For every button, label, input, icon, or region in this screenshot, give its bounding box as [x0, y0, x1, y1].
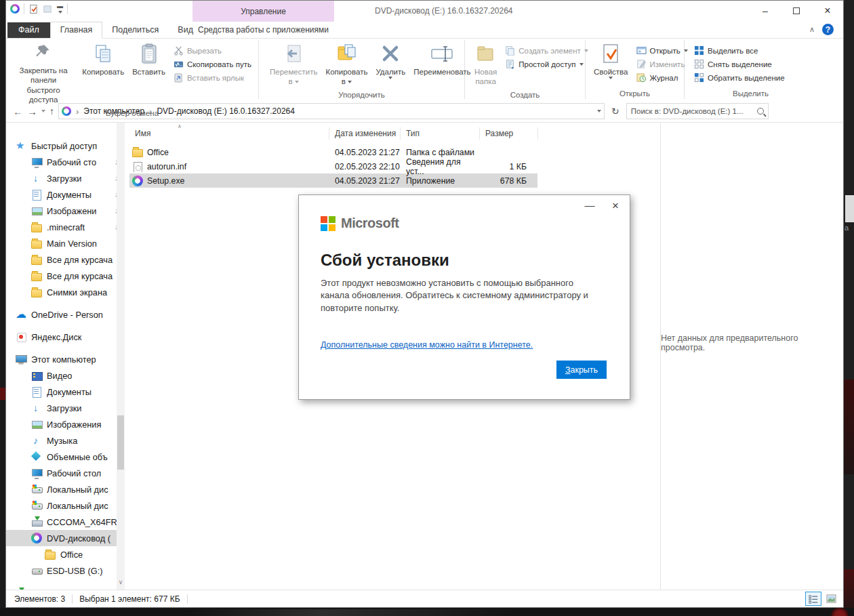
sidebar-item-desktop[interactable]: Рабочий сто [6, 154, 125, 170]
refresh-icon[interactable]: ↻ [609, 106, 622, 117]
thumbnail-view-icon [826, 594, 836, 603]
sidebar-item-dvd-drive[interactable]: DVD-дисковод ( [6, 530, 125, 546]
sidebar-item-cccoma-network[interactable]: CCCOMA_X64FRF [6, 585, 125, 590]
dropdown-caret [388, 77, 392, 79]
column-header-size[interactable]: Размер [480, 127, 538, 140]
view-buttons [805, 592, 839, 606]
tab-application-tools[interactable]: Средства работы с приложениями [192, 22, 334, 38]
items-count: Элементов: 3 [14, 594, 65, 604]
yandex-disk-icon [16, 331, 26, 342]
column-header-name[interactable]: Имя [129, 127, 329, 140]
cut-icon [174, 45, 184, 56]
sidebar-item-pictures-pc[interactable]: Изображения [6, 416, 125, 432]
sidebar-item-documents-pc[interactable]: Документы [6, 384, 125, 400]
file-type: Папка с файлами [401, 148, 480, 157]
sidebar-item-local-disk-d[interactable]: Локальный дис [6, 497, 125, 514]
qat-customize-icon[interactable]: ▬ [57, 3, 63, 14]
sidebar-item-cccoma-drive[interactable]: CCCOMA_X64FR [6, 514, 125, 530]
more-info-link[interactable]: Дополнительные сведения можно найти в Ин… [321, 340, 533, 350]
new-folder-button[interactable]: Новая папка [470, 41, 501, 89]
file-size: 678 КБ [480, 176, 531, 186]
background-window-fragment [845, 195, 854, 222]
dialog-close-action-button[interactable]: Закрыть [556, 361, 607, 379]
paste-button[interactable]: Вставить [128, 41, 169, 79]
tab-file[interactable]: Файл [7, 22, 50, 38]
label: Музыка [47, 436, 122, 446]
copy-path-button[interactable]: Скопировать путь [171, 58, 254, 70]
delete-button[interactable]: Удалить [371, 41, 409, 81]
label: Вставить ярлык [187, 74, 244, 82]
properties-qat-icon[interactable] [28, 4, 39, 14]
tab-share[interactable]: Поделиться [102, 22, 168, 38]
copy-to-button[interactable]: Копировать в [321, 41, 371, 89]
new-folder-qat-icon[interactable] [43, 4, 53, 14]
edit-button[interactable]: Изменить [634, 58, 691, 70]
scrollbar-thumb[interactable] [117, 415, 124, 470]
sidebar-item-yandex-disk[interactable]: Яндекс.Диск [6, 329, 125, 345]
sidebar-item-onedrive[interactable]: OneDrive - Person [6, 306, 125, 323]
desktop-background-right: а [844, 0, 854, 616]
search-box[interactable] [626, 103, 769, 119]
label: Быстрый доступ [31, 141, 122, 151]
sidebar-item-quick-access[interactable]: Быстрый доступ [6, 138, 125, 154]
sidebar-item-local-disk-c[interactable]: Локальный дис [6, 481, 125, 497]
sidebar-scrollbar[interactable]: ∨ [117, 123, 125, 590]
collapse-ribbon-icon[interactable]: ∧ [809, 25, 815, 34]
file-type: Приложение [401, 176, 480, 186]
search-input[interactable] [631, 107, 754, 115]
sidebar-item-this-pc[interactable]: Этот компьютер [6, 351, 125, 367]
scroll-down-icon[interactable]: ∨ [117, 579, 125, 586]
dialog-minimize-button[interactable]: — [582, 199, 597, 213]
select-all-button[interactable]: Выделить все [691, 44, 788, 57]
sidebar-item-minecraft[interactable]: .minecraft [6, 219, 125, 235]
paste-shortcut-button[interactable]: Вставить ярлык [171, 71, 254, 84]
sidebar-item-videos[interactable]: Видео [6, 367, 125, 384]
properties-button[interactable]: Свойства [590, 41, 632, 81]
move-to-button[interactable]: Переместить в [266, 41, 321, 89]
close-button[interactable]: × [812, 1, 843, 21]
easy-access-button[interactable]: Простой доступ [502, 58, 591, 70]
column-header-date[interactable]: Дата изменения [329, 127, 401, 140]
label: ESD-USB (G:) [47, 566, 122, 576]
dialog-close-button[interactable]: × [608, 199, 623, 213]
sidebar-item-documents[interactable]: Документы [6, 186, 125, 203]
label: DVD-дисковод ( [47, 533, 122, 543]
new-item-button[interactable]: Создать элемент [502, 44, 591, 57]
history-button[interactable]: Журнал [634, 71, 691, 84]
sidebar-item-3d-objects[interactable]: Объемные объ [6, 449, 125, 465]
help-icon[interactable]: ? [822, 24, 834, 35]
sidebar-item-desktop-pc[interactable]: Рабочий стол [6, 465, 125, 481]
sidebar-item-screenshots[interactable]: Снимки экрана [6, 284, 125, 300]
sidebar-item-kursach-2[interactable]: Все для курсача [6, 268, 125, 284]
group-label: Открыть [586, 87, 684, 100]
column-header-type[interactable]: Тип [401, 127, 480, 140]
sidebar-item-pictures[interactable]: Изображени [6, 203, 125, 219]
sidebar-item-esd-usb[interactable]: ESD-USB (G:) [6, 562, 125, 579]
selection-info: Выбран 1 элемент: 677 КБ [79, 594, 180, 604]
sidebar-item-downloads[interactable]: Загрузки [6, 170, 125, 186]
quick-access-icon [16, 140, 26, 151]
open-button[interactable]: Открыть [634, 44, 691, 57]
sidebar-item-main-version[interactable]: Main Version [6, 235, 125, 251]
file-row-setup-selected[interactable]: Setup.exe 04.05.2023 21:27 Приложение 67… [129, 173, 537, 188]
thumbnail-view-button[interactable] [823, 592, 839, 606]
select-none-button[interactable]: Снять выделение [691, 58, 788, 70]
sidebar-item-downloads-pc[interactable]: Загрузки [6, 400, 125, 416]
file-date: 02.05.2023 22:10 [329, 162, 401, 171]
tab-home[interactable]: Главная [50, 22, 103, 39]
maximize-button[interactable] [781, 1, 812, 21]
pin-to-quick-access-button[interactable]: Закрепить на панели быстрого доступа [9, 41, 78, 107]
details-view-button[interactable] [805, 592, 821, 606]
file-row-autorun[interactable]: autorun.inf 02.05.2023 22:10 Сведения дл… [129, 159, 537, 173]
invert-selection-button[interactable]: Обратить выделение [691, 71, 788, 84]
address-dropdown-caret[interactable] [597, 110, 601, 112]
label: Журнал [650, 74, 678, 82]
sidebar-item-music[interactable]: Музыка [6, 432, 125, 449]
copy-button[interactable]: Копировать [78, 41, 128, 79]
cut-button[interactable]: Вырезать [171, 44, 254, 57]
microsoft-brand-text: Microsoft [341, 215, 399, 231]
sidebar-item-kursach-1[interactable]: Все для курсача [6, 251, 125, 268]
minimize-button[interactable]: – [750, 1, 781, 21]
label: папка [475, 77, 496, 86]
sidebar-item-office-folder[interactable]: Office [6, 546, 125, 562]
